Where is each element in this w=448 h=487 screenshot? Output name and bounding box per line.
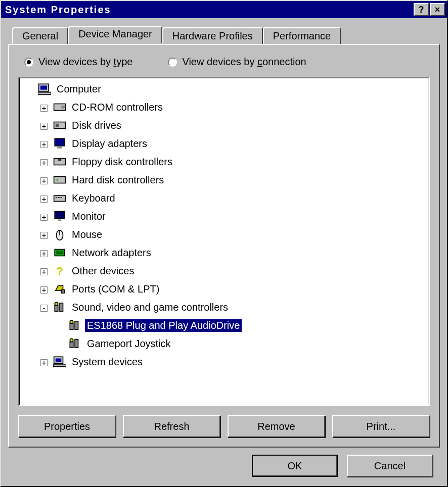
tab-device-manager[interactable]: Device Manager	[68, 26, 162, 44]
tree-item-label: Hard disk controllers	[70, 174, 166, 186]
tree-item-label: Floppy disk controllers	[70, 156, 174, 168]
tree-item[interactable]: Computer	[21, 80, 427, 98]
properties-button[interactable]: Properties	[18, 415, 116, 437]
svg-rect-13	[54, 196, 66, 201]
device-tree[interactable]: Computer+CD-ROM controllers+Disk drives+…	[18, 77, 430, 406]
expando-icon[interactable]: -	[40, 305, 48, 312]
svg-rect-8	[57, 147, 62, 149]
tab-performance[interactable]: Performance	[263, 27, 341, 44]
svg-rect-36	[53, 364, 66, 367]
svg-rect-6	[56, 124, 59, 127]
refresh-button[interactable]: Refresh	[123, 415, 220, 437]
tree-item[interactable]: +Ports (COM & LPT)	[21, 280, 427, 298]
tree-item[interactable]: +Display adapters	[21, 134, 427, 153]
radio-icon	[24, 58, 33, 67]
cdrom-icon	[53, 100, 67, 114]
svg-rect-7	[55, 138, 65, 146]
tree-item[interactable]: +System devices	[21, 353, 427, 371]
other-icon: ?	[53, 264, 67, 278]
expando-icon[interactable]: +	[40, 196, 48, 203]
tab-label: Hardware Profiles	[172, 30, 253, 41]
svg-text:?: ?	[56, 264, 63, 277]
button-label: Refresh	[154, 421, 189, 432]
expando-icon[interactable]: +	[40, 286, 48, 294]
close-button[interactable]: ×	[430, 3, 445, 16]
svg-rect-1	[40, 86, 47, 90]
svg-point-27	[55, 302, 58, 306]
radio-label: View devices by type	[38, 56, 132, 68]
tree-item[interactable]: Gameport Joystick	[21, 334, 427, 353]
expando-icon[interactable]: +	[40, 268, 48, 275]
client-area: General Device Manager Hardware Profiles…	[1, 18, 447, 486]
expando-icon[interactable]: +	[40, 214, 48, 221]
help-button[interactable]: ?	[414, 3, 429, 16]
monitor-icon	[53, 209, 67, 223]
svg-rect-26	[60, 303, 63, 311]
svg-rect-35	[56, 359, 61, 362]
tab-panel: View devices by type View devices by con…	[8, 44, 440, 448]
svg-point-30	[70, 320, 73, 324]
remove-button[interactable]: Remove	[228, 415, 325, 437]
tree-item[interactable]: +Monitor	[21, 207, 427, 225]
radio-label: View devices by connection	[182, 56, 306, 68]
expando-icon[interactable]: +	[40, 123, 48, 130]
expando-icon[interactable]: +	[40, 359, 48, 366]
button-label: Cancel	[374, 460, 406, 472]
view-by-type-radio[interactable]: View devices by type	[24, 56, 132, 68]
floppy-icon	[53, 155, 67, 169]
window-title: System Properties	[5, 4, 414, 16]
ok-button[interactable]: OK	[252, 455, 338, 477]
tree-item[interactable]: +CD-ROM controllers	[21, 98, 427, 116]
sound-icon	[68, 336, 82, 351]
tab-hardware-profiles[interactable]: Hardware Profiles	[162, 27, 263, 44]
tree-item-label: Disk drives	[70, 119, 123, 132]
mouse-icon	[53, 227, 67, 241]
titlebar[interactable]: System Properties ? ×	[1, 1, 447, 18]
tree-item-label: Ports (COM & LPT)	[70, 283, 161, 296]
expando-icon[interactable]: +	[40, 250, 48, 257]
svg-rect-24	[61, 290, 65, 294]
tree-item[interactable]: +Hard disk controllers	[21, 171, 427, 189]
tree-item-label: Monitor	[70, 210, 108, 223]
tree-item[interactable]: +Mouse	[21, 225, 427, 244]
display-icon	[53, 136, 67, 151]
tree-item-label: Mouse	[70, 228, 104, 241]
svg-rect-16	[61, 197, 62, 198]
expando-icon[interactable]: +	[40, 232, 48, 239]
port-icon	[53, 282, 67, 296]
expando-icon[interactable]: +	[40, 105, 48, 112]
button-label: Print...	[367, 421, 396, 432]
radio-icon	[168, 58, 177, 67]
svg-rect-15	[58, 197, 60, 198]
tree-item[interactable]: +Network adapters	[21, 244, 427, 262]
expando-icon[interactable]: +	[40, 159, 48, 166]
network-icon	[53, 246, 67, 260]
tab-label: General	[22, 30, 58, 41]
tabstrip: General Device Manager Hardware Profiles…	[12, 27, 440, 44]
system-properties-window: System Properties ? × General Device Man…	[0, 0, 448, 487]
expando-icon[interactable]: +	[40, 177, 48, 184]
print-button[interactable]: Print...	[332, 415, 430, 437]
tree-item-label: System devices	[70, 356, 145, 368]
tree-item-label: CD-ROM controllers	[70, 101, 165, 114]
tree-item-label: Sound, video and game controllers	[70, 301, 230, 314]
svg-rect-31	[70, 342, 73, 348]
tree-item-label: Network adapters	[70, 247, 153, 259]
expando-icon[interactable]: +	[40, 141, 48, 148]
tree-item[interactable]: +Keyboard	[21, 189, 427, 207]
tab-general[interactable]: General	[12, 27, 68, 44]
cancel-button[interactable]: Cancel	[347, 455, 433, 477]
view-by-connection-radio[interactable]: View devices by connection	[168, 56, 306, 68]
titlebar-buttons: ? ×	[414, 3, 445, 16]
tree-item[interactable]: +Disk drives	[21, 116, 427, 134]
tree-item[interactable]: -Sound, video and game controllers	[21, 298, 427, 316]
svg-point-4	[61, 106, 65, 109]
computer-icon	[37, 82, 52, 96]
svg-rect-11	[54, 177, 66, 183]
svg-rect-32	[75, 339, 78, 348]
tree-item[interactable]: +Floppy disk controllers	[21, 153, 427, 171]
tree-item[interactable]: +?Other devices	[21, 262, 427, 280]
tree-item[interactable]: ES1868 Plug and Play AudioDrive	[21, 316, 427, 334]
view-mode-group: View devices by type View devices by con…	[24, 56, 430, 68]
svg-point-33	[70, 338, 73, 342]
